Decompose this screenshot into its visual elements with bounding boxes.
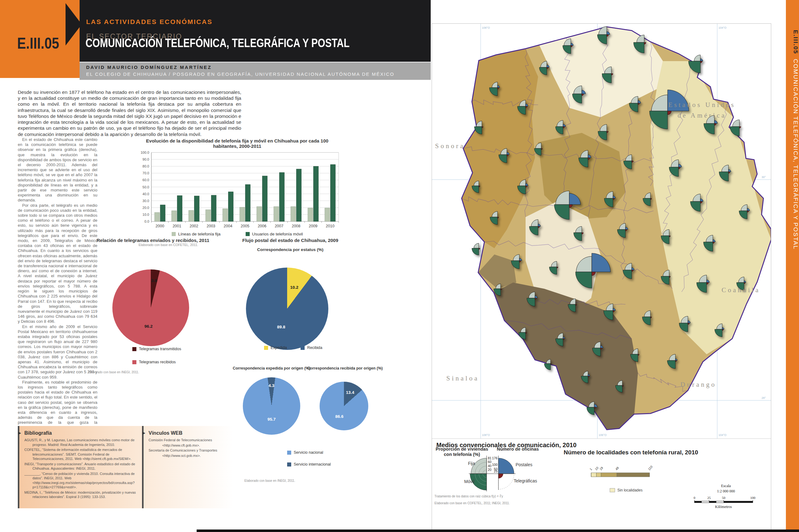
pie-flujo-postal: 10.289.8 [246, 268, 328, 350]
weblink-url: <http://www.cft.gob.mx>. [149, 443, 230, 448]
map-label-sinaloa: Sinaloa [446, 375, 479, 382]
legend-swatch [301, 346, 305, 350]
legend-item: Servicio nacional [287, 450, 331, 455]
map-label-sonora: Sonora [435, 142, 465, 150]
pie1-title: Relación de telegramas enviados y recibi… [89, 238, 217, 243]
atlas-page: LAS ACTIVIDADES ECONÓMICAS EL SECTOR TER… [0, 0, 799, 532]
plate-code: E.III.05 [17, 34, 59, 52]
pie2-legend: ExpedidaRecibida [264, 345, 322, 350]
bar-chart-block: Evolución de la disponibilidad de telefo… [134, 138, 340, 250]
rural-legend: Número de localidades con telefonía rura… [560, 446, 769, 519]
svg-text:Sin localidades: Sin localidades [617, 488, 643, 492]
svg-text:104°O: 104°O [719, 434, 727, 437]
map-panel: 108°O108°O106°O106°O104°O104°O30°28° Est… [432, 23, 771, 531]
svg-text:108°O: 108°O [482, 434, 490, 437]
bibliography-entry: AGUSTÍ, R., y M. Lagunas, Las comunicaci… [24, 438, 139, 447]
pie-recibida-origen: 13.486.6 [320, 382, 368, 430]
pie-value-label: 89.8 [277, 324, 285, 329]
pie34-source: Elaborado con base en INEGI, 2011. [244, 479, 295, 482]
svg-text:100: 100 [750, 496, 756, 499]
pie1-source: Elaborado con base en INEGI, 2011. [88, 370, 139, 374]
svg-text:30.0: 30.0 [143, 199, 149, 203]
bibliography-title: Bibliografía [24, 430, 139, 436]
bar-chart-source: Elaborado con base en COFETEL, 2011. [139, 243, 198, 247]
map-note-1: Tratamiento de los datos con raíz cúbica… [434, 495, 503, 498]
pie2-subtitle: Correspondencia por estatus (%) [225, 247, 356, 252]
svg-text:2003: 2003 [206, 224, 215, 228]
svg-text:2009: 2009 [309, 224, 317, 228]
svg-text:19: 19 [599, 466, 604, 471]
pie-value-label: 86.6 [335, 414, 343, 418]
svg-text:Móvil: Móvil [464, 479, 474, 484]
body-paragraph: En el estado de Chihuahua este cambio en… [18, 137, 97, 203]
svg-text:2002: 2002 [189, 224, 198, 228]
svg-text:70.0: 70.0 [143, 171, 149, 175]
bar-fija [257, 206, 262, 222]
references-box: ▶ Bibliografía AGUSTÍ, R., y M. Lagunas,… [18, 426, 233, 508]
bar-movil [160, 205, 165, 222]
bibliography-entry: ________, “Censo de población y vivienda… [24, 472, 139, 490]
svg-text:104°O: 104°O [719, 26, 727, 29]
pie-value-label: 13.4 [346, 390, 354, 395]
bar-fija [172, 211, 177, 222]
svg-text:80.0: 80.0 [143, 164, 149, 168]
pie-value-label: 3.8 [151, 278, 157, 283]
svg-text:30°: 30° [762, 175, 766, 179]
svg-text:2000: 2000 [156, 224, 164, 228]
legend-swatch [287, 451, 291, 455]
pie1-legend: Telegramas transmitidosTelegramas recibi… [132, 347, 181, 364]
bar-movil [211, 195, 216, 222]
svg-text:108°O: 108°O [482, 26, 490, 29]
weblink-url: <http://www.sct.gob.mx>. [149, 453, 230, 458]
pie-value-label: 96.2 [145, 324, 152, 328]
bar-fija [274, 206, 279, 222]
bar-movil [330, 165, 335, 222]
weblink-name: Comisión Federal de Telecomunicaciones [149, 438, 230, 442]
legend-swatch [287, 462, 291, 467]
svg-text:40: 40 [488, 464, 492, 468]
map-pie-symbol [472, 243, 480, 255]
svg-text:106°O: 106°O [599, 434, 607, 437]
svg-text:Escala: Escala [721, 484, 731, 488]
bar-fija [155, 212, 160, 222]
body-paragraph: Por otra parte, el telégrafo es un medio… [18, 203, 97, 324]
bar-movil [245, 185, 250, 222]
pie2-title: Flujo postal del estado de Chihuahua, 20… [225, 238, 356, 243]
bar-chart-legend: Líneas de telefonía fijaUsuarios de tele… [134, 232, 340, 236]
bar-fija [188, 210, 194, 222]
pie34-legend: Servicio nacionalServicio internacional [287, 450, 331, 467]
bar-movil [296, 169, 302, 222]
legend-swatch [172, 232, 176, 236]
legend-item: Telegramas recibidos [132, 360, 181, 364]
map-label-coahuila: Coahuila [722, 286, 760, 294]
svg-text:20: 20 [488, 468, 492, 472]
medios-legend: Proporción de viviendascon telefonía (%)… [435, 446, 566, 501]
pie-expedida-origen: 4.395.7 [243, 377, 300, 435]
bar-movil [228, 192, 233, 222]
legend-swatch [264, 346, 268, 350]
triangle-marker-icon: ▶ [143, 431, 145, 435]
bibliography-block: ▶ Bibliografía AGUSTÍ, R., y M. Lagunas,… [18, 426, 142, 508]
svg-text:2008: 2008 [292, 224, 301, 228]
svg-text:2001: 2001 [172, 224, 181, 228]
pie-value-label: 95.7 [268, 417, 276, 422]
svg-text:40.0: 40.0 [143, 192, 149, 196]
bibliography-entry: INEGI, “Transporte y comunicaciones”. An… [24, 462, 139, 471]
svg-text:110: 110 [647, 465, 653, 471]
pie-value-label: 4.3 [268, 383, 274, 387]
svg-text:10: 10 [594, 466, 599, 471]
svg-text:2004: 2004 [224, 224, 233, 228]
svg-text:10.0: 10.0 [143, 213, 149, 216]
map-label-durango: Durango [680, 381, 716, 388]
pie-value-label: 10.2 [290, 285, 298, 290]
bar-movil [279, 172, 284, 222]
bar-fija [240, 207, 245, 222]
bar-movil [177, 195, 182, 222]
svg-text:60: 60 [488, 460, 492, 464]
svg-text:49: 49 [615, 466, 619, 471]
chihuahua-map: 108°O108°O106°O106°O104°O104°O30°28° [432, 24, 771, 439]
svg-text:Número de localidades con tele: Número de localidades con telefonía rura… [564, 449, 698, 456]
svg-text:Postales: Postales [515, 462, 532, 467]
svg-text:2005: 2005 [241, 224, 249, 228]
bar-fija [291, 206, 296, 222]
